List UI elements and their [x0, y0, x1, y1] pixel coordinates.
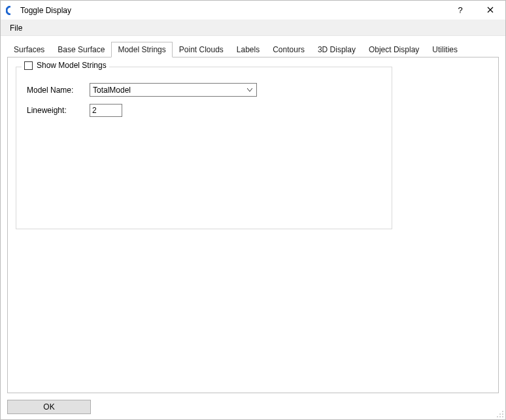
tab-contours[interactable]: Contours [266, 42, 311, 57]
tabstrip: Surfaces Base Surface Model Strings Poin… [7, 41, 499, 57]
svg-point-4 [499, 416, 501, 417]
tab-labels[interactable]: Labels [230, 42, 266, 57]
tab-object-display[interactable]: Object Display [362, 42, 426, 57]
tab-label: 3D Display [318, 45, 356, 54]
titlebar: Toggle Display ? [1, 1, 505, 20]
tab-3d-display[interactable]: 3D Display [311, 42, 362, 57]
svg-point-2 [499, 413, 501, 415]
svg-point-5 [497, 416, 498, 417]
lineweight-value: 2 [92, 106, 97, 115]
tab-label: Utilities [432, 45, 458, 54]
lineweight-label: Lineweight: [27, 106, 90, 115]
tab-label: Model Strings [118, 45, 165, 54]
model-name-select[interactable]: TotalModel [90, 83, 257, 97]
show-model-strings-checkbox[interactable] [24, 61, 33, 70]
tab-base-surface[interactable]: Base Surface [51, 42, 111, 57]
tab-utilities[interactable]: Utilities [426, 42, 464, 57]
model-name-value: TotalModel [93, 86, 131, 95]
ok-button[interactable]: OK [7, 400, 91, 414]
tab-panel-model-strings: Show Model Strings Model Name: TotalMode… [7, 57, 499, 393]
resize-grip[interactable] [496, 410, 504, 418]
menu-file[interactable]: File [5, 22, 27, 35]
chevron-down-icon [247, 88, 252, 92]
window-title: Toggle Display [20, 6, 71, 15]
close-button[interactable] [475, 1, 505, 20]
close-icon [487, 5, 494, 15]
app-icon [6, 6, 15, 15]
tab-label: Labels [237, 45, 260, 54]
model-name-label: Model Name: [27, 86, 90, 95]
tab-point-clouds[interactable]: Point Clouds [173, 42, 230, 57]
tab-label: Base Surface [58, 45, 105, 54]
lineweight-input[interactable]: 2 [90, 104, 122, 117]
fieldset-legend: Show Model Strings [22, 61, 109, 70]
svg-point-0 [502, 411, 503, 412]
menubar: File [1, 20, 505, 36]
help-icon: ? [458, 5, 462, 15]
fieldset-show-model-strings: Show Model Strings Model Name: TotalMode… [16, 67, 392, 229]
tab-label: Object Display [369, 45, 419, 54]
svg-point-1 [502, 413, 503, 415]
lineweight-row: Lineweight: 2 [27, 104, 122, 117]
tab-label: Surfaces [14, 45, 44, 54]
help-button[interactable]: ? [445, 1, 475, 20]
button-bar: OK [7, 400, 91, 414]
tab-label: Contours [273, 45, 305, 54]
svg-point-3 [502, 416, 503, 417]
show-model-strings-label: Show Model Strings [37, 61, 107, 70]
content-area: Surfaces Base Surface Model Strings Poin… [7, 41, 499, 393]
tab-label: Point Clouds [179, 45, 224, 54]
model-name-row: Model Name: TotalModel [27, 83, 257, 97]
tab-surfaces[interactable]: Surfaces [7, 42, 51, 57]
ok-button-label: OK [43, 402, 54, 412]
tab-model-strings[interactable]: Model Strings [111, 42, 172, 57]
